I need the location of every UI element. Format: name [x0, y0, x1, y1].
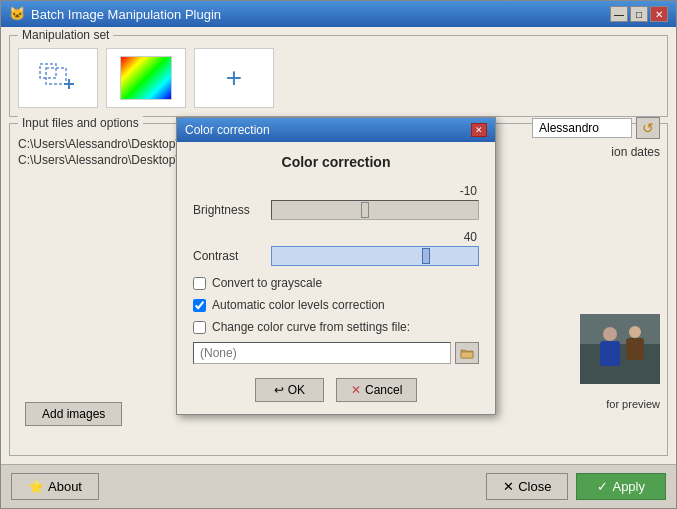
- right-panel: ↺ ion dates: [532, 117, 660, 159]
- svg-rect-7: [600, 341, 620, 366]
- about-button[interactable]: ⭐ About: [11, 473, 99, 500]
- title-controls: — □ ✕: [610, 6, 668, 22]
- ok-button[interactable]: ↩ OK: [255, 378, 324, 402]
- close-icon: ✕: [503, 479, 514, 494]
- preview-area: [580, 314, 660, 384]
- cancel-button[interactable]: ✕ Cancel: [336, 378, 417, 402]
- brightness-track[interactable]: [271, 200, 479, 220]
- close-window-button[interactable]: ✕: [650, 6, 668, 22]
- grayscale-label: Convert to grayscale: [212, 276, 322, 290]
- ok-icon: ↩: [274, 383, 284, 397]
- user-arrow-button[interactable]: ↺: [636, 117, 660, 139]
- contrast-slider-row: 40 Contrast: [193, 230, 479, 266]
- dialog-close-button[interactable]: ✕: [471, 123, 487, 137]
- file-text-input[interactable]: [193, 342, 451, 364]
- maximize-button[interactable]: □: [630, 6, 648, 22]
- color-correction-dialog: Color correction ✕ Color correction -10 …: [176, 117, 496, 415]
- manipulation-icon-1[interactable]: [18, 48, 98, 108]
- close-main-button[interactable]: ✕ Close: [486, 473, 568, 500]
- brightness-thumb[interactable]: [361, 202, 369, 218]
- contrast-label: Contrast: [193, 249, 263, 263]
- close-label: Close: [518, 479, 551, 494]
- colorcurve-checkbox-row: Change color curve from settings file:: [193, 320, 479, 334]
- preview-label: for preview: [606, 398, 660, 410]
- star-icon: ⭐: [28, 479, 44, 494]
- file-browse-button[interactable]: [455, 342, 479, 364]
- autolevels-label: Automatic color levels correction: [212, 298, 385, 312]
- input-files-label: Input files and options: [18, 116, 143, 130]
- apply-label: Apply: [612, 479, 645, 494]
- preview-image: [580, 314, 660, 384]
- minimize-button[interactable]: —: [610, 6, 628, 22]
- autolevels-checkbox[interactable]: [193, 299, 206, 312]
- cancel-icon: ✕: [351, 383, 361, 397]
- svg-rect-0: [40, 64, 56, 78]
- plus-icon: +: [226, 64, 242, 92]
- dialog-content: Color correction -10 Brightness: [177, 142, 495, 414]
- file-input-row: [193, 342, 479, 364]
- contrast-value: 40: [193, 230, 477, 244]
- bottom-bar: ⭐ About ✕ Close ✓ Apply: [1, 464, 676, 508]
- preview-svg: [580, 314, 660, 384]
- grayscale-checkbox-row: Convert to grayscale: [193, 276, 479, 290]
- add-images-button[interactable]: Add images: [25, 402, 122, 426]
- title-bar: 🐱 Batch Image Manipulation Plugin — □ ✕: [1, 1, 676, 27]
- colorcurve-checkbox[interactable]: [193, 321, 206, 334]
- dates-label: ion dates: [611, 145, 660, 159]
- brightness-slider-row: -10 Brightness: [193, 184, 479, 220]
- about-label: About: [48, 479, 82, 494]
- manipulation-set-label: Manipulation set: [18, 28, 113, 42]
- grayscale-checkbox[interactable]: [193, 277, 206, 290]
- dialog-buttons: ↩ OK ✕ Cancel: [193, 378, 479, 402]
- manipulation-icon-2[interactable]: [106, 48, 186, 108]
- checkmark-icon: ✓: [597, 479, 608, 494]
- user-field: ↺: [532, 117, 660, 139]
- folder-icon: [460, 347, 474, 359]
- brightness-value: -10: [193, 184, 477, 198]
- svg-rect-9: [626, 338, 644, 360]
- contrast-track[interactable]: [271, 246, 479, 266]
- manipulation-icon-add[interactable]: +: [194, 48, 274, 108]
- ok-label: OK: [288, 383, 305, 397]
- contrast-thumb[interactable]: [422, 248, 430, 264]
- user-input[interactable]: [532, 118, 632, 138]
- cancel-label: Cancel: [365, 383, 402, 397]
- brightness-label: Brightness: [193, 203, 263, 217]
- window-title: Batch Image Manipulation Plugin: [31, 7, 221, 22]
- content-area: Manipulation set +: [1, 27, 676, 464]
- main-window: 🐱 Batch Image Manipulation Plugin — □ ✕ …: [0, 0, 677, 509]
- title-bar-left: 🐱 Batch Image Manipulation Plugin: [9, 6, 221, 22]
- gradient-icon: [120, 56, 172, 100]
- icon-row: +: [18, 44, 659, 108]
- svg-point-8: [629, 326, 641, 338]
- apply-button[interactable]: ✓ Apply: [576, 473, 666, 500]
- app-icon: 🐱: [9, 6, 25, 22]
- bottom-right-buttons: ✕ Close ✓ Apply: [486, 473, 666, 500]
- grid-add-icon: [36, 60, 80, 96]
- svg-point-6: [603, 327, 617, 341]
- svg-rect-10: [461, 352, 473, 358]
- dialog-title: Color correction: [185, 123, 270, 137]
- dialog-title-bar: Color correction ✕: [177, 118, 495, 142]
- colorcurve-label: Change color curve from settings file:: [212, 320, 410, 334]
- manipulation-set: Manipulation set +: [9, 35, 668, 117]
- autolevels-checkbox-row: Automatic color levels correction: [193, 298, 479, 312]
- brightness-label-row: Brightness: [193, 200, 479, 220]
- dialog-heading: Color correction: [193, 154, 479, 170]
- contrast-label-row: Contrast: [193, 246, 479, 266]
